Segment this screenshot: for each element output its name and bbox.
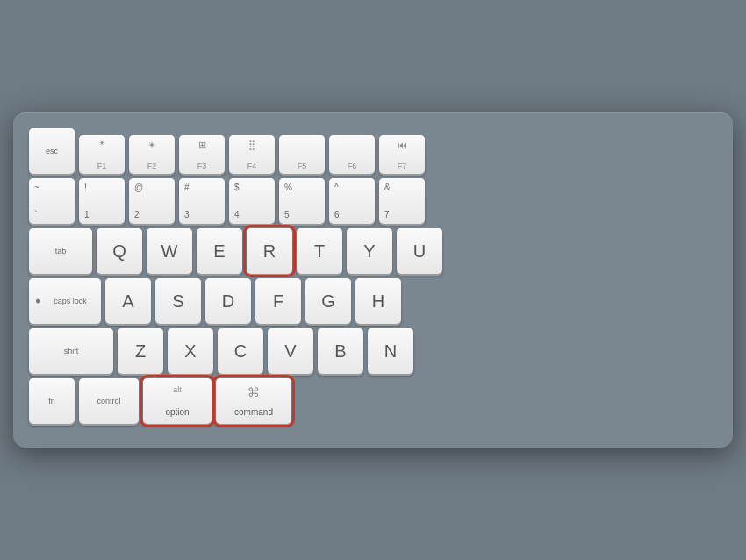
command-icon: ⌘ <box>247 385 260 399</box>
key-f6[interactable]: F6 <box>329 135 375 174</box>
key-f[interactable]: F <box>255 278 301 324</box>
key-command[interactable]: ⌘ command <box>216 378 291 424</box>
key5-top: % <box>284 183 292 192</box>
g-label: G <box>321 291 335 312</box>
f-label: F <box>273 291 283 312</box>
key7-top: & <box>384 183 391 192</box>
key-shift[interactable]: shift <box>29 328 113 374</box>
number-row: ~ ` ! 1 @ 2 # 3 $ 4 % 5 ^ 6 & 7 <box>29 178 717 224</box>
key-d[interactable]: D <box>205 278 251 324</box>
key-r[interactable]: R <box>247 228 292 274</box>
key2-bottom: 2 <box>134 210 140 219</box>
zxcv-row: shift Z X C V B N <box>29 328 717 374</box>
f1-icon: ☀ <box>98 140 105 148</box>
key-h[interactable]: H <box>355 278 401 324</box>
control-label: control <box>97 397 120 406</box>
key-4[interactable]: $ 4 <box>229 178 275 224</box>
f2-icon: ☀ <box>147 140 156 150</box>
keyboard: esc ☀ F1 ☀ F2 ⊞ F3 ⣿ F4 F5 F6 ⏮ F7 <box>13 112 733 448</box>
f6-label: F6 <box>348 162 357 170</box>
key-q[interactable]: Q <box>97 228 142 274</box>
key-f2[interactable]: ☀ F2 <box>129 135 175 174</box>
key-capslock[interactable]: caps lock <box>29 278 101 324</box>
f2-label: F2 <box>147 162 157 170</box>
h-label: H <box>372 291 384 312</box>
key-t[interactable]: T <box>297 228 342 274</box>
key-w[interactable]: W <box>147 228 192 274</box>
key-y[interactable]: Y <box>347 228 392 274</box>
f7-icon: ⏮ <box>398 140 407 150</box>
f1-label: F1 <box>97 162 107 170</box>
key-tab[interactable]: tab <box>29 228 92 274</box>
key1-bottom: 1 <box>84 210 90 219</box>
fn-label: fn <box>48 397 55 406</box>
b-label: B <box>334 341 346 362</box>
key2-top: @ <box>134 183 143 192</box>
key-x[interactable]: X <box>168 328 213 374</box>
a-label: A <box>122 291 133 312</box>
key-z[interactable]: Z <box>118 328 163 374</box>
key4-top: $ <box>234 183 240 192</box>
r-label: R <box>263 241 276 262</box>
key6-top: ^ <box>334 183 339 192</box>
e-label: E <box>213 241 225 262</box>
option-top-label: alt <box>173 385 182 394</box>
function-row: esc ☀ F1 ☀ F2 ⊞ F3 ⣿ F4 F5 F6 ⏮ F7 <box>29 128 717 174</box>
f3-label: F3 <box>197 162 207 170</box>
f7-label: F7 <box>398 162 407 170</box>
key-2[interactable]: @ 2 <box>129 178 175 224</box>
key-f1[interactable]: ☀ F1 <box>79 135 125 174</box>
f5-label: F5 <box>298 162 307 170</box>
v-label: V <box>284 341 296 362</box>
w-label: W <box>161 241 178 262</box>
key-g[interactable]: G <box>305 278 351 324</box>
key3-bottom: 3 <box>184 210 190 219</box>
key4-bottom: 4 <box>234 210 240 219</box>
key-1[interactable]: ! 1 <box>79 178 125 224</box>
key-u[interactable]: U <box>397 228 442 274</box>
f3-icon: ⊞ <box>198 140 206 150</box>
key-tilde[interactable]: ~ ` <box>29 178 75 224</box>
key-c[interactable]: C <box>218 328 263 374</box>
asdf-row: caps lock A S D F G H <box>29 278 717 324</box>
key-n[interactable]: N <box>368 328 413 374</box>
key6-bottom: 6 <box>334 210 340 219</box>
key-control[interactable]: control <box>79 378 139 424</box>
key5-bottom: 5 <box>284 210 290 219</box>
key-3[interactable]: # 3 <box>179 178 225 224</box>
f4-icon: ⣿ <box>248 140 255 150</box>
key-f3[interactable]: ⊞ F3 <box>179 135 225 174</box>
key-e[interactable]: E <box>197 228 242 274</box>
shift-label: shift <box>64 347 79 356</box>
key-option[interactable]: alt option <box>143 378 212 424</box>
s-label: S <box>172 291 183 312</box>
y-label: Y <box>363 241 375 262</box>
key-f5[interactable]: F5 <box>279 135 325 174</box>
x-label: X <box>184 341 196 362</box>
key-f7[interactable]: ⏮ F7 <box>379 135 425 174</box>
key-fn[interactable]: fn <box>29 378 75 424</box>
key-s[interactable]: S <box>155 278 201 324</box>
key-7[interactable]: & 7 <box>379 178 425 224</box>
key-b[interactable]: B <box>318 328 363 374</box>
key-a[interactable]: A <box>105 278 151 324</box>
qwerty-row: tab Q W E R T Y U <box>29 228 717 274</box>
key-esc[interactable]: esc <box>29 128 75 174</box>
key-6[interactable]: ^ 6 <box>329 178 375 224</box>
u-label: U <box>413 241 426 262</box>
bottom-row: fn control alt option ⌘ command <box>29 378 717 424</box>
key-f4[interactable]: ⣿ F4 <box>229 135 275 174</box>
f4-label: F4 <box>247 162 257 170</box>
key-5[interactable]: % 5 <box>279 178 325 224</box>
key-v[interactable]: V <box>268 328 313 374</box>
capslock-dot <box>36 299 40 304</box>
z-label: Z <box>135 341 146 362</box>
key7-bottom: 7 <box>384 210 390 219</box>
tilde-top: ~ <box>34 183 39 192</box>
command-bottom-label: command <box>234 407 273 417</box>
t-label: T <box>314 241 325 262</box>
esc-label: esc <box>46 147 58 156</box>
tilde-bottom: ` <box>34 210 37 219</box>
capslock-label: caps lock <box>43 297 87 306</box>
q-label: Q <box>112 241 126 262</box>
